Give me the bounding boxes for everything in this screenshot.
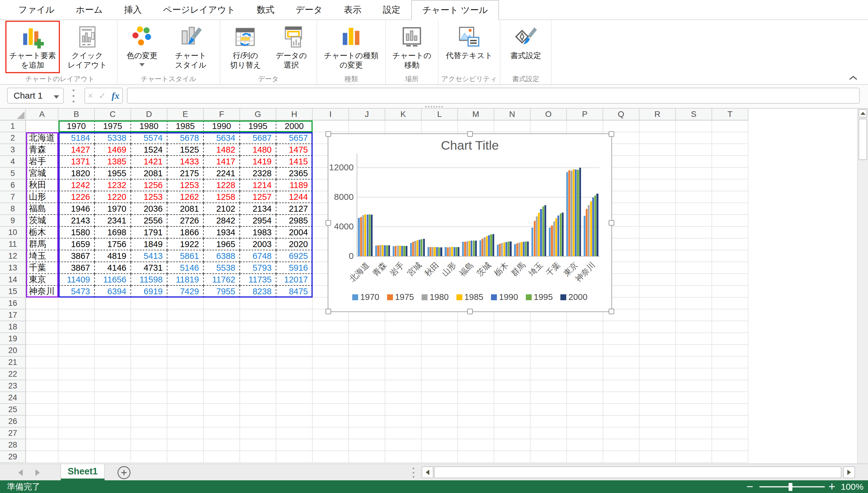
legend-item-2000[interactable]: 2000	[560, 292, 587, 302]
cell-E2[interactable]: 5678	[167, 132, 204, 144]
legend-item-1970[interactable]: 1970	[352, 292, 379, 302]
cell-T18[interactable]	[712, 321, 748, 333]
cell-H20[interactable]	[276, 345, 313, 357]
cell-D17[interactable]	[131, 309, 167, 321]
cell-O22[interactable]	[530, 368, 567, 380]
cell-C15[interactable]: 6394	[95, 286, 131, 298]
row-header-9[interactable]: 9	[0, 215, 26, 227]
cell-T12[interactable]	[712, 250, 748, 262]
tab-insert[interactable]: 挿入	[113, 0, 152, 20]
row-header-27[interactable]: 27	[0, 427, 26, 439]
cell-E11[interactable]: 1922	[167, 238, 204, 250]
cell-G1[interactable]: 1995	[240, 121, 276, 132]
cell-E15[interactable]: 7429	[167, 286, 204, 298]
chart-bar-1970[interactable]	[584, 216, 585, 256]
cell-H5[interactable]: 2365	[276, 168, 313, 179]
chart-bar-1985[interactable]	[417, 240, 418, 256]
cell-O26[interactable]	[530, 416, 567, 427]
cell-B12[interactable]: 3867	[59, 250, 95, 262]
cell-S13[interactable]	[676, 262, 712, 274]
cell-O18[interactable]	[530, 321, 567, 333]
cell-A22[interactable]	[26, 368, 59, 380]
cell-L23[interactable]	[421, 380, 458, 392]
cell-T27[interactable]	[712, 427, 748, 439]
cell-C28[interactable]	[95, 439, 131, 451]
cell-I29[interactable]	[313, 451, 349, 463]
cell-R22[interactable]	[639, 368, 676, 380]
cell-C18[interactable]	[95, 321, 131, 333]
cell-P24[interactable]	[567, 392, 603, 404]
vertical-scrollbar[interactable]	[857, 109, 868, 464]
cell-E9[interactable]: 2726	[167, 215, 204, 227]
chart-bar-1980[interactable]	[501, 243, 503, 256]
row-header-12[interactable]: 12	[0, 250, 26, 262]
cell-M25[interactable]	[458, 404, 494, 416]
cell-B8[interactable]: 1946	[59, 203, 95, 215]
cell-R16[interactable]	[639, 298, 676, 309]
cell-R10[interactable]	[639, 227, 676, 238]
chart-bar-1970[interactable]	[497, 245, 499, 257]
cell-I28[interactable]	[313, 439, 349, 451]
cell-E29[interactable]	[167, 451, 204, 463]
chart-bar-1985[interactable]	[364, 214, 366, 256]
chart-resize-handle[interactable]	[467, 309, 473, 315]
chart-bar-1990[interactable]	[419, 240, 420, 256]
cell-C9[interactable]: 2341	[95, 215, 131, 227]
cell-J22[interactable]	[349, 368, 385, 380]
cell-O25[interactable]	[530, 404, 567, 416]
cell-F2[interactable]: 5634	[204, 132, 240, 144]
cell-R11[interactable]	[639, 238, 676, 250]
cell-H8[interactable]: 2127	[276, 203, 313, 215]
chart-bar-2000[interactable]	[544, 205, 546, 256]
cell-O1[interactable]	[530, 121, 567, 132]
cell-L20[interactable]	[421, 345, 458, 357]
row-header-20[interactable]: 20	[0, 345, 26, 357]
cell-R15[interactable]	[639, 286, 676, 298]
chart-bar-2000[interactable]	[562, 213, 564, 256]
chart-bar-1985[interactable]	[573, 169, 574, 256]
cell-I19[interactable]	[313, 333, 349, 345]
tab-settings[interactable]: 設定	[372, 0, 411, 20]
chart-bar-1995[interactable]	[490, 234, 492, 256]
cell-C5[interactable]: 1955	[95, 168, 131, 179]
switch-row-column-button[interactable]: 行/列の切り替え	[223, 21, 268, 73]
cell-D20[interactable]	[131, 345, 167, 357]
cell-E7[interactable]: 1262	[167, 191, 204, 203]
row-header-22[interactable]: 22	[0, 368, 26, 380]
col-header-A[interactable]: A	[26, 109, 59, 121]
cell-Q18[interactable]	[603, 321, 639, 333]
cell-B16[interactable]	[59, 298, 95, 309]
row-header-17[interactable]: 17	[0, 309, 26, 321]
cell-N24[interactable]	[494, 392, 530, 404]
chart-bar-1985[interactable]	[469, 241, 470, 256]
chart-bar-1980[interactable]	[588, 205, 590, 256]
cell-H19[interactable]	[276, 333, 313, 345]
chart-bar-1970[interactable]	[531, 228, 533, 256]
cell-D18[interactable]	[131, 321, 167, 333]
chart-bar-1980[interactable]	[484, 237, 485, 256]
cell-E17[interactable]	[167, 309, 204, 321]
cell-L1[interactable]	[421, 121, 458, 132]
cell-S24[interactable]	[676, 392, 712, 404]
cell-J25[interactable]	[349, 404, 385, 416]
chart-bar-1980[interactable]	[432, 247, 433, 256]
chart-bar-1995[interactable]	[473, 241, 475, 256]
cell-N22[interactable]	[494, 368, 530, 380]
row-header-14[interactable]: 14	[0, 274, 26, 286]
chart-bar-1970[interactable]	[375, 245, 377, 256]
cell-E12[interactable]: 5861	[167, 250, 204, 262]
cell-C17[interactable]	[95, 309, 131, 321]
cell-O28[interactable]	[530, 439, 567, 451]
cell-F22[interactable]	[204, 368, 240, 380]
cell-C6[interactable]: 1232	[95, 179, 131, 191]
cell-T21[interactable]	[712, 357, 748, 368]
cell-D4[interactable]: 1421	[131, 156, 167, 168]
add-chart-element-button[interactable]: チャート要素を追加	[5, 21, 60, 73]
chart-bar-1990[interactable]	[367, 215, 368, 256]
cell-D29[interactable]	[131, 451, 167, 463]
cell-K23[interactable]	[385, 380, 421, 392]
cell-E27[interactable]	[167, 427, 204, 439]
cell-Q20[interactable]	[603, 345, 639, 357]
sheet-nav-right-icon[interactable]	[36, 469, 40, 476]
cell-O20[interactable]	[530, 345, 567, 357]
